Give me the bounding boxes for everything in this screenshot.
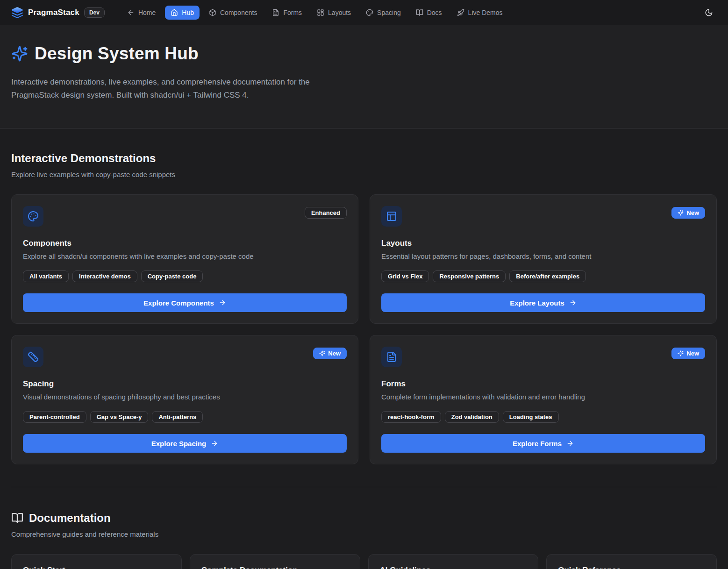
- documentation-section-title: Documentation: [29, 512, 111, 525]
- brand-group[interactable]: PragmaStack Dev: [11, 7, 105, 19]
- tag-row: react-hook-form Zod validation Loading s…: [381, 411, 705, 423]
- demos-section-subtitle: Explore live examples with copy-paste co…: [11, 171, 717, 178]
- moon-icon: [705, 8, 713, 17]
- ruler-icon: [28, 351, 39, 363]
- tag: All variants: [23, 270, 69, 282]
- main-content: Interactive Demonstrations Explore live …: [0, 152, 728, 569]
- tag-row: All variants Interactive demos Copy-past…: [23, 270, 347, 282]
- explore-components-button[interactable]: Explore Components: [23, 293, 347, 312]
- tag-row: Parent-controlled Gap vs Space-y Anti-pa…: [23, 411, 347, 423]
- nav-item-layouts[interactable]: Layouts: [311, 6, 357, 20]
- new-badge: New: [671, 207, 705, 219]
- demo-card-spacing: New Spacing Visual demonstrations of spa…: [11, 335, 358, 464]
- nav-item-forms[interactable]: Forms: [266, 6, 307, 20]
- explore-spacing-button[interactable]: Explore Spacing: [23, 434, 347, 453]
- tag: Zod validation: [445, 411, 499, 423]
- sparkles-icon: [678, 350, 684, 356]
- layers-logo-icon: [11, 7, 23, 19]
- doc-card-quick-start[interactable]: Quick Start 5-minute crash course: [11, 554, 182, 569]
- tag: Responsive patterns: [433, 270, 506, 282]
- components-icon-tile: [23, 206, 43, 227]
- layouts-icon-tile: [381, 206, 402, 227]
- button-label: Explore Layouts: [510, 299, 564, 307]
- doc-card-title: AI Guidelines: [380, 566, 527, 569]
- badge-label: New: [686, 209, 699, 216]
- file-text-icon: [386, 351, 397, 363]
- main-nav: Home Hub Components Forms Layouts Spacin…: [121, 6, 684, 20]
- button-label: Explore Forms: [513, 440, 562, 448]
- nav-item-docs[interactable]: Docs: [410, 6, 448, 20]
- arrow-right-icon: [219, 299, 226, 306]
- page-title: Design System Hub: [35, 44, 199, 64]
- sparkles-icon: [678, 210, 684, 216]
- nav-item-components[interactable]: Components: [203, 6, 263, 20]
- new-badge: New: [313, 348, 347, 359]
- book-open-icon: [416, 9, 423, 16]
- sparkles-icon: [319, 350, 325, 356]
- card-title: Components: [23, 239, 347, 248]
- panels-top-left-icon: [386, 211, 397, 222]
- nav-label: Components: [220, 9, 257, 16]
- top-navbar: PragmaStack Dev Home Hub Components Form…: [0, 0, 728, 25]
- nav-label: Forms: [283, 9, 302, 16]
- nav-item-hub[interactable]: Hub: [165, 6, 200, 20]
- tag: Loading states: [503, 411, 559, 423]
- nav-item-home[interactable]: Home: [121, 6, 161, 20]
- env-badge: Dev: [84, 7, 105, 18]
- layout-grid-icon: [317, 9, 324, 16]
- tag: Gap vs Space-y: [90, 411, 149, 423]
- nav-label: Docs: [427, 9, 442, 16]
- nav-item-live-demos[interactable]: Live Demos: [451, 6, 508, 20]
- tag: react-hook-form: [381, 411, 441, 423]
- doc-card-ai-guidelines[interactable]: AI Guidelines Rules for AI code generati…: [368, 554, 539, 569]
- doc-card-title: Quick Start: [23, 566, 170, 569]
- tag: Copy-paste code: [141, 270, 203, 282]
- arrow-right-icon: [211, 440, 218, 447]
- documentation-header: Documentation: [11, 512, 717, 525]
- status-badge: Enhanced: [305, 207, 347, 219]
- documentation-section-subtitle: Comprehensive guides and reference mater…: [11, 530, 717, 538]
- arrow-right-icon: [569, 299, 577, 306]
- nav-label: Live Demos: [468, 9, 503, 16]
- nav-label: Home: [138, 9, 156, 16]
- card-description: Visual demonstrations of spacing philoso…: [23, 393, 347, 401]
- forms-icon-tile: [381, 347, 402, 367]
- spacing-icon-tile: [23, 347, 43, 367]
- tag: Interactive demos: [72, 270, 137, 282]
- house-icon: [171, 9, 178, 16]
- demo-card-layouts: New Layouts Essential layout patterns fo…: [370, 194, 717, 324]
- tag: Parent-controlled: [23, 411, 86, 423]
- tag-row: Grid vs Flex Responsive patterns Before/…: [381, 270, 705, 282]
- card-title: Layouts: [381, 239, 705, 248]
- section-divider: [11, 487, 717, 487]
- nav-item-spacing[interactable]: Spacing: [360, 6, 407, 20]
- theme-toggle-button[interactable]: [701, 5, 717, 21]
- rocket-icon: [457, 9, 464, 16]
- button-label: Explore Components: [143, 299, 214, 307]
- card-title: Spacing: [23, 379, 347, 389]
- card-description: Explore all shadcn/ui components with li…: [23, 252, 347, 260]
- doc-card-complete-documentation[interactable]: Complete Documentation Full design syste…: [190, 554, 360, 569]
- arrow-left-icon: [127, 9, 135, 16]
- tag: Anti-patterns: [152, 411, 203, 423]
- card-description: Complete form implementations with valid…: [381, 393, 705, 401]
- doc-card-quick-reference[interactable]: Quick Reference Cheat sheet for lookups: [546, 554, 717, 569]
- doc-card-title: Quick Reference: [558, 566, 705, 569]
- badge-label: New: [328, 350, 341, 357]
- doc-card-title: Complete Documentation: [201, 566, 349, 569]
- demos-section-title: Interactive Demonstrations: [11, 152, 717, 165]
- page-subtitle: Interactive demonstrations, live example…: [11, 76, 359, 102]
- brand-name: PragmaStack: [28, 8, 79, 17]
- card-title: Forms: [381, 379, 705, 389]
- explore-layouts-button[interactable]: Explore Layouts: [381, 293, 705, 312]
- sparkles-icon: [11, 45, 28, 62]
- nav-label: Spacing: [377, 9, 401, 16]
- demo-card-grid: Enhanced Components Explore all shadcn/u…: [11, 194, 717, 464]
- tag: Grid vs Flex: [381, 270, 429, 282]
- explore-forms-button[interactable]: Explore Forms: [381, 434, 705, 453]
- demo-card-forms: New Forms Complete form implementations …: [370, 335, 717, 464]
- badge-label: New: [686, 350, 699, 357]
- new-badge: New: [671, 348, 705, 359]
- card-description: Essential layout patterns for pages, das…: [381, 252, 705, 260]
- arrow-right-icon: [566, 440, 574, 447]
